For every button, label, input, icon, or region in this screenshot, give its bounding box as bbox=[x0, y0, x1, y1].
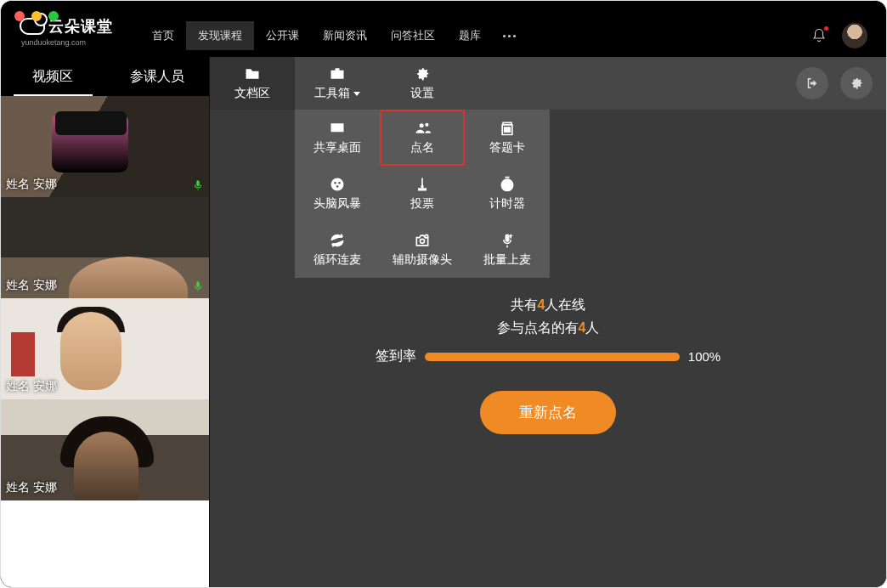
nav-open-class[interactable]: 公开课 bbox=[254, 21, 311, 50]
avatar[interactable] bbox=[842, 23, 867, 48]
video-name: 姓名 安娜 bbox=[6, 379, 57, 394]
chevron-down-icon bbox=[353, 92, 360, 96]
rate-label: 签到率 bbox=[376, 348, 416, 365]
window-zoom[interactable] bbox=[48, 11, 59, 21]
card-icon bbox=[498, 120, 517, 137]
svg-point-0 bbox=[331, 178, 344, 191]
timer-icon bbox=[498, 176, 517, 193]
toolbox-dropdown: 共享桌面 点名 答题卡 头脑风暴 投票 bbox=[295, 110, 550, 278]
nav-discover[interactable]: 发现课程 bbox=[186, 21, 254, 50]
video-cell[interactable]: 姓名 安娜 bbox=[1, 96, 209, 197]
dd-label: 循环连麦 bbox=[314, 252, 361, 268]
mic-up-icon bbox=[498, 232, 517, 249]
exit-button[interactable] bbox=[796, 67, 828, 99]
dd-brainstorm[interactable]: 头脑风暴 bbox=[295, 166, 380, 222]
tool-doc[interactable]: 文档区 bbox=[210, 57, 295, 110]
retry-rollcall-button[interactable]: 重新点名 bbox=[480, 391, 616, 434]
window-minimize[interactable] bbox=[31, 11, 42, 21]
video-cell[interactable]: 姓名 安娜 bbox=[1, 399, 209, 500]
svg-point-4 bbox=[421, 185, 423, 188]
logo-subtext: yunduoketang.com bbox=[21, 38, 86, 47]
nav-items: 首页 发现课程 公开课 新闻资讯 问答社区 题库 bbox=[140, 21, 526, 50]
dd-timer[interactable]: 计时器 bbox=[465, 166, 550, 222]
toolbar: 文档区 工具箱 设置 bbox=[210, 57, 886, 110]
mic-icon bbox=[192, 178, 204, 192]
dd-aux-camera[interactable]: 辅助摄像头 bbox=[380, 222, 465, 278]
dd-label: 投票 bbox=[410, 196, 434, 212]
nav-news[interactable]: 新闻资讯 bbox=[311, 21, 379, 50]
dd-roll-call[interactable]: 点名 bbox=[380, 110, 465, 166]
video-cell-empty bbox=[1, 500, 209, 587]
video-list: 姓名 安娜 姓名 安娜 姓名 安娜 姓名 安娜 bbox=[1, 96, 209, 587]
bell-icon[interactable] bbox=[811, 28, 827, 43]
top-nav: 云朵课堂 yunduoketang.com 首页 发现课程 公开课 新闻资讯 问… bbox=[1, 1, 886, 57]
dd-label: 计时器 bbox=[489, 196, 525, 212]
main-area: 文档区 工具箱 设置 bbox=[210, 57, 886, 587]
tool-settings[interactable]: 设置 bbox=[380, 57, 465, 110]
tool-label: 工具箱 bbox=[314, 86, 350, 101]
svg-point-6 bbox=[421, 239, 425, 243]
dd-share-screen[interactable]: 共享桌面 bbox=[295, 110, 380, 166]
gear-icon bbox=[412, 65, 432, 82]
dd-batch-mic[interactable]: 批量上麦 bbox=[465, 222, 550, 278]
dd-label: 答题卡 bbox=[489, 140, 525, 155]
progress-bar bbox=[425, 353, 680, 361]
dd-vote[interactable]: 投票 bbox=[380, 166, 465, 222]
stats-text: 共有4人在线 参与点名的有4人 bbox=[497, 293, 600, 339]
camera-icon bbox=[413, 232, 432, 249]
dd-label: 批量上麦 bbox=[483, 252, 531, 268]
logo[interactable]: 云朵课堂 yunduoketang.com bbox=[20, 16, 113, 50]
screen-share-icon bbox=[328, 120, 347, 137]
video-cell[interactable]: 姓名 安娜 bbox=[1, 298, 209, 399]
nav-qa[interactable]: 问答社区 bbox=[379, 21, 447, 50]
vote-icon bbox=[413, 176, 432, 193]
folder-icon bbox=[242, 65, 263, 82]
tool-label: 设置 bbox=[410, 86, 434, 101]
tab-participants[interactable]: 参课人员 bbox=[105, 57, 210, 96]
svg-point-2 bbox=[338, 182, 341, 184]
rate-percent: 100% bbox=[688, 349, 720, 364]
dd-answer-card[interactable]: 答题卡 bbox=[465, 110, 550, 166]
video-name: 姓名 安娜 bbox=[6, 278, 57, 293]
dd-cycle-mic[interactable]: 循环连麦 bbox=[295, 222, 380, 278]
video-cell[interactable]: 姓名 安娜 bbox=[1, 197, 209, 298]
mic-icon bbox=[192, 280, 204, 293]
tool-toolbox[interactable]: 工具箱 bbox=[295, 57, 380, 110]
svg-point-1 bbox=[334, 182, 336, 184]
dd-label: 共享桌面 bbox=[314, 140, 361, 155]
nav-more[interactable] bbox=[493, 21, 526, 50]
people-icon bbox=[413, 120, 432, 137]
tab-video[interactable]: 视频区 bbox=[1, 57, 105, 96]
briefcase-icon bbox=[327, 65, 347, 82]
settings-button[interactable] bbox=[840, 67, 873, 99]
dd-label: 头脑风暴 bbox=[314, 196, 361, 212]
svg-point-3 bbox=[336, 185, 339, 188]
window-close[interactable] bbox=[14, 11, 25, 21]
dd-label: 点名 bbox=[410, 140, 434, 155]
video-sidebar: 视频区 参课人员 姓名 安娜 姓名 安娜 姓名 安娜 bbox=[1, 57, 210, 587]
notification-dot bbox=[824, 26, 828, 31]
brainstorm-icon bbox=[328, 176, 347, 193]
progress-fill bbox=[425, 353, 680, 361]
nav-home[interactable]: 首页 bbox=[140, 21, 186, 50]
tool-label: 文档区 bbox=[234, 86, 270, 101]
nav-question-bank[interactable]: 题库 bbox=[447, 21, 493, 50]
video-name: 姓名 安娜 bbox=[6, 480, 57, 495]
cycle-icon bbox=[328, 232, 347, 249]
dd-label: 辅助摄像头 bbox=[393, 252, 452, 268]
video-name: 姓名 安娜 bbox=[6, 177, 57, 192]
